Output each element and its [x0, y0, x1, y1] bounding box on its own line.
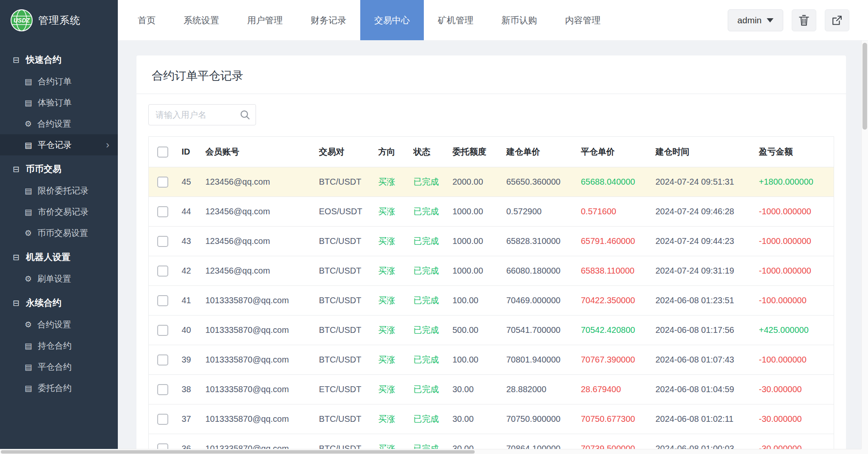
nav-tab-首页[interactable]: 首页 — [124, 0, 170, 40]
sidebar-item-持仓合约[interactable]: ▤ 持仓合约 › — [0, 335, 118, 356]
cell-amount: 100.00 — [448, 345, 501, 375]
nav-tab-用户管理[interactable]: 用户管理 — [233, 0, 297, 40]
vertical-scrollbar[interactable] — [861, 41, 868, 449]
title-divider — [136, 94, 846, 94]
cell-status: 已完成 — [409, 345, 448, 375]
sidebar-item-平仓记录[interactable]: ▤ 平仓记录 › — [0, 134, 118, 155]
row-checkbox[interactable] — [157, 295, 168, 306]
table-row: 371013335870@qq.comBTC/USDT买涨已完成30.00707… — [149, 404, 834, 434]
nav-tab-系统设置[interactable]: 系统设置 — [170, 0, 233, 40]
cell-close_price: 28.679400 — [576, 375, 651, 404]
user-menu-button[interactable]: admin — [728, 9, 783, 31]
cell-close_price: 70422.350000 — [576, 286, 651, 316]
row-checkbox[interactable] — [157, 325, 168, 336]
main-content: 合约订单平仓记录 ID会员账号交易对方向状态委托额度建仓单价平仓单价建仓时间盈 — [118, 40, 868, 454]
select-all-checkbox[interactable] — [157, 147, 168, 158]
cell-open_time: 2024-07-24 09:46:28 — [651, 197, 754, 227]
cell-status: 已完成 — [409, 227, 448, 256]
horizontal-scrollbar[interactable] — [0, 449, 861, 454]
sidebar-item-平仓合约[interactable]: ▤ 平仓合约 › — [0, 356, 118, 377]
cell-amount: 1000.00 — [448, 256, 501, 286]
table-row: 42123456@qq.comBTC/USDT买涨已完成1000.0066080… — [149, 256, 834, 286]
cell-direction: 买涨 — [373, 227, 409, 256]
sidebar-item-市价交易记录[interactable]: ▤ 市价交易记录 › — [0, 201, 118, 222]
cell-account: 1013335870@qq.com — [200, 375, 314, 404]
table-body: 45123456@qq.comBTC/USDT买涨已完成2000.0065650… — [149, 167, 834, 454]
select-all-cell — [149, 137, 177, 167]
cell-open_price: 70801.940000 — [501, 345, 576, 375]
cell-pnl: -1000.000000 — [754, 256, 834, 286]
cell-status: 已完成 — [409, 404, 448, 434]
sidebar-item-刷单设置[interactable]: ⚙ 刷单设置 › — [0, 268, 118, 289]
cell-status: 已完成 — [409, 316, 448, 345]
vertical-scrollbar-thumb[interactable] — [862, 43, 867, 130]
cell-account: 1013335870@qq.com — [200, 345, 314, 375]
cell-open_time: 2024-06-08 01:17:56 — [651, 316, 754, 345]
sidebar-item-限价委托记录[interactable]: ▤ 限价委托记录 › — [0, 180, 118, 201]
nav-tab-矿机管理[interactable]: 矿机管理 — [424, 0, 487, 40]
column-header-平仓单价: 平仓单价 — [576, 137, 651, 167]
cell-pnl: -100.000000 — [754, 345, 834, 375]
cell-pnl: +425.000000 — [754, 316, 834, 345]
cell-close_price: 65791.460000 — [576, 227, 651, 256]
content-card: 合约订单平仓记录 ID会员账号交易对方向状态委托额度建仓单价平仓单价建仓时间盈 — [136, 55, 846, 454]
doc-icon: ▤ — [25, 98, 32, 108]
sidebar-section-永续合约[interactable]: ⊟ 永续合约 — [0, 289, 118, 314]
cell-close_price: 70750.677300 — [576, 404, 651, 434]
user-menu-label: admin — [737, 15, 762, 25]
cell-open_price: 65650.360000 — [501, 167, 576, 197]
cell-pair: BTC/USDT — [314, 286, 373, 316]
cell-id: 41 — [177, 286, 200, 316]
sidebar-section-label: 永续合约 — [26, 297, 61, 309]
cell-account: 1013335870@qq.com — [200, 286, 314, 316]
horizontal-scrollbar-thumb[interactable] — [1, 450, 475, 454]
cell-status: 已完成 — [409, 256, 448, 286]
doc-icon: ▤ — [25, 186, 32, 196]
sidebar-item-label: 合约设置 — [37, 319, 71, 330]
table-row: 411013335870@qq.comBTC/USDT买涨已完成100.0070… — [149, 286, 834, 316]
trash-button[interactable] — [792, 9, 816, 31]
search-box — [148, 104, 256, 125]
row-checkbox[interactable] — [157, 354, 168, 365]
sidebar-item-合约设置[interactable]: ⚙ 合约设置 › — [0, 314, 118, 335]
sidebar-section-快速合约[interactable]: ⊟ 快速合约 — [0, 46, 118, 71]
cell-open_time: 2024-07-24 09:51:31 — [651, 167, 754, 197]
sidebar-item-币币交易设置[interactable]: ⚙ 币币交易设置 › — [0, 222, 118, 244]
row-checkbox[interactable] — [157, 384, 168, 395]
cell-open_price: 70469.000000 — [501, 286, 576, 316]
sidebar-item-合约订单[interactable]: ▤ 合约订单 › — [0, 71, 118, 92]
nav-tab-交易中心[interactable]: 交易中心 — [360, 0, 424, 40]
row-checkbox[interactable] — [157, 206, 168, 217]
cell-id: 37 — [177, 404, 200, 434]
nav-tab-新币认购[interactable]: 新币认购 — [487, 0, 551, 40]
sidebar-item-合约设置[interactable]: ⚙ 合约设置 › — [0, 113, 118, 134]
row-checkbox[interactable] — [157, 177, 168, 188]
caret-down-icon — [767, 18, 773, 22]
nav-tab-财务记录[interactable]: 财务记录 — [297, 0, 360, 40]
cell-pair: BTC/USDT — [314, 345, 373, 375]
cell-open_price: 65828.310000 — [501, 227, 576, 256]
sidebar-item-委托合约[interactable]: ▤ 委托合约 › — [0, 377, 118, 399]
export-button[interactable] — [825, 9, 849, 31]
nav-tab-内容管理[interactable]: 内容管理 — [551, 0, 615, 40]
sidebar-section-币币交易[interactable]: ⊟ 币币交易 — [0, 155, 118, 180]
cell-close_price: 70542.420800 — [576, 316, 651, 345]
page-title: 合约订单平仓记录 — [148, 55, 834, 94]
cell-open_time: 2024-06-08 01:02:11 — [651, 404, 754, 434]
cell-pair: BTC/USDT — [314, 227, 373, 256]
cell-direction: 买涨 — [373, 404, 409, 434]
cell-open_price: 70541.700000 — [501, 316, 576, 345]
cell-status: 已完成 — [409, 375, 448, 404]
cell-open_price: 0.572900 — [501, 197, 576, 227]
row-checkbox[interactable] — [157, 266, 168, 277]
row-checkbox[interactable] — [157, 236, 168, 247]
table-row: 391013335870@qq.comBTC/USDT买涨已完成100.0070… — [149, 345, 834, 375]
cell-amount: 30.00 — [448, 404, 501, 434]
cell-account: 1013335870@qq.com — [200, 316, 314, 345]
cell-close_price: 65688.040000 — [576, 167, 651, 197]
search-icon[interactable] — [239, 109, 250, 120]
sidebar-section-机器人设置[interactable]: ⊟ 机器人设置 — [0, 244, 118, 268]
sidebar-item-体验订单[interactable]: ▤ 体验订单 › — [0, 92, 118, 113]
cell-account: 123456@qq.com — [200, 197, 314, 227]
row-checkbox[interactable] — [157, 414, 168, 425]
